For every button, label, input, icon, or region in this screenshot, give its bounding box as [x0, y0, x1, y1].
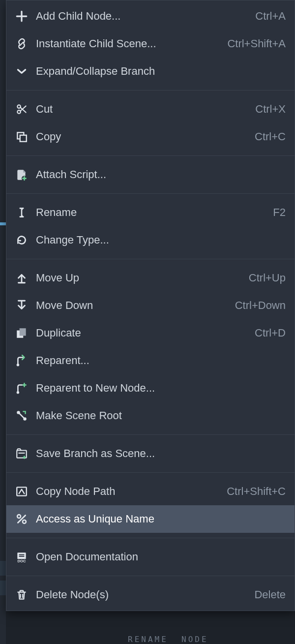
text-cursor-icon: [14, 205, 29, 220]
menu-item-move-down[interactable]: Move DownCtrl+Down: [6, 292, 295, 319]
menu-item-label: Copy: [36, 130, 249, 143]
trash-icon: [14, 587, 29, 602]
menu-item-shortcut: Ctrl+Up: [249, 272, 286, 284]
arrow-up-icon: [14, 271, 29, 285]
menu-item-label: Rename: [36, 206, 267, 219]
path-icon: [14, 484, 29, 499]
menu-item-instantiate-scene[interactable]: Instantiate Child Scene...Ctrl+Shift+A: [6, 30, 295, 58]
menu-item-rename[interactable]: RenameF2: [6, 199, 295, 226]
menu-separator: [6, 259, 295, 259]
menu-item-unique-name[interactable]: Access as Unique Name: [6, 505, 295, 533]
menu-item-duplicate[interactable]: DuplicateCtrl+D: [6, 319, 295, 347]
menu-item-shortcut: Ctrl+D: [255, 327, 286, 339]
tree-item-fragment: [0, 581, 6, 595]
menu-item-shortcut: Ctrl+C: [255, 130, 286, 143]
menu-item-copy-node-path[interactable]: Copy Node PathCtrl+Shift+C: [6, 478, 295, 505]
menu-item-label: Attach Script...: [36, 168, 286, 181]
menu-item-label: Access as Unique Name: [36, 513, 286, 525]
menu-separator: [6, 155, 295, 156]
menu-item-label: Move Down: [36, 299, 229, 312]
chevron-down-icon: [14, 64, 29, 79]
reparent-icon: [14, 353, 29, 368]
menu-separator: [6, 538, 295, 538]
menu-item-label: Make Scene Root: [36, 409, 286, 422]
duplicate-icon: [14, 326, 29, 340]
menu-item-label: Delete Node(s): [36, 588, 248, 601]
menu-item-reparent-new[interactable]: Reparent to New Node...: [6, 374, 295, 402]
menu-item-label: Move Up: [36, 272, 243, 284]
script-plus-icon: [14, 167, 29, 182]
menu-separator: [6, 193, 295, 194]
menu-item-shortcut: F2: [273, 206, 286, 219]
selection-indicator: [0, 222, 6, 225]
copy-icon: [14, 129, 29, 144]
menu-item-label: Instantiate Child Scene...: [36, 37, 221, 50]
menu-item-shortcut: Ctrl+Down: [235, 299, 286, 312]
save-scene-icon: [14, 446, 29, 461]
menu-item-label: Add Child Node...: [36, 10, 249, 23]
menu-item-expand-collapse[interactable]: Expand/Collapse Branch: [6, 58, 295, 85]
editor-background-strip: [0, 0, 6, 644]
menu-separator: [6, 90, 295, 91]
menu-item-delete-nodes[interactable]: Delete Node(s)Delete: [6, 581, 295, 609]
menu-item-attach-script[interactable]: Attach Script...: [6, 161, 295, 188]
menu-item-open-docs[interactable]: Open Documentation: [6, 543, 295, 571]
menu-item-shortcut: Ctrl+X: [255, 103, 286, 116]
menu-item-label: Duplicate: [36, 327, 249, 339]
menu-item-shortcut: Ctrl+Shift+C: [227, 485, 286, 498]
menu-item-label: Expand/Collapse Branch: [36, 65, 286, 78]
tree-item-fragment: [0, 561, 6, 576]
menu-item-label: Save Branch as Scene...: [36, 447, 286, 460]
menu-item-label: Open Documentation: [36, 551, 286, 563]
menu-item-shortcut: Delete: [254, 588, 286, 601]
menu-item-label: Reparent...: [36, 354, 286, 367]
menu-item-label: Change Type...: [36, 234, 286, 246]
menu-item-make-scene-root[interactable]: Make Scene Root: [6, 402, 295, 429]
menu-separator: [6, 434, 295, 435]
scissors-icon: [14, 102, 29, 117]
menu-item-change-type[interactable]: Change Type...: [6, 226, 295, 254]
menu-item-label: Copy Node Path: [36, 485, 221, 498]
doc-icon: [14, 550, 29, 564]
menu-item-copy[interactable]: CopyCtrl+C: [6, 123, 295, 151]
reparent-new-icon: [14, 381, 29, 396]
menu-separator: [6, 576, 295, 576]
reload-icon: [14, 233, 29, 247]
menu-separator: [6, 472, 295, 473]
menu-item-shortcut: Ctrl+A: [255, 10, 286, 23]
menu-item-label: Cut: [36, 103, 249, 116]
menu-item-add-child-node[interactable]: Add Child Node...Ctrl+A: [6, 2, 295, 30]
scene-root-icon: [14, 408, 29, 423]
arrow-down-icon: [14, 298, 29, 313]
plus-icon: [14, 9, 29, 24]
scene-tree-context-menu: Add Child Node...Ctrl+AInstantiate Child…: [6, 0, 295, 611]
link-icon: [14, 36, 29, 51]
menu-item-label: Reparent to New Node...: [36, 382, 286, 395]
menu-item-reparent[interactable]: Reparent...: [6, 347, 295, 374]
percent-icon: [14, 512, 29, 526]
menu-item-shortcut: Ctrl+Shift+A: [227, 37, 286, 50]
menu-item-save-branch[interactable]: Save Branch as Scene...: [6, 440, 295, 467]
obscured-footer-text: RENAME NODE: [128, 635, 208, 644]
menu-item-cut[interactable]: CutCtrl+X: [6, 95, 295, 123]
menu-item-move-up[interactable]: Move UpCtrl+Up: [6, 264, 295, 292]
